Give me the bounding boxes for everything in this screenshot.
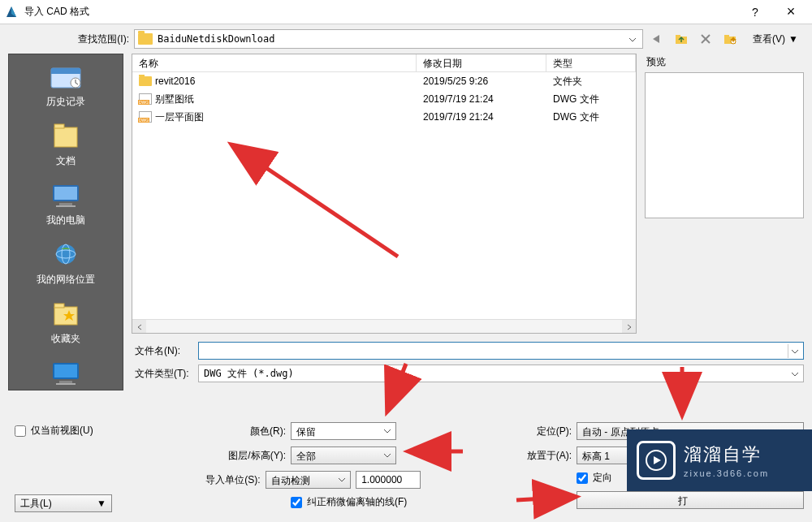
svg-point-19 <box>56 244 76 264</box>
watermark: 溜溜自学 zixue.3d66.com <box>627 429 812 491</box>
unit-factor-input[interactable]: 1.000000 <box>356 471 421 489</box>
place-desktop[interactable]: 桌面 <box>9 354 123 390</box>
back-icon[interactable] <box>646 29 667 49</box>
open-button[interactable]: 打 <box>577 491 804 509</box>
color-label: 颜色(R): <box>177 425 291 438</box>
filetype-label: 文件类型(T): <box>132 367 198 381</box>
close-button[interactable]: × <box>773 1 809 24</box>
chevron-down-icon[interactable] <box>788 344 801 358</box>
svg-rect-28 <box>56 383 76 385</box>
place-favorites[interactable]: 收藏夹 <box>9 295 123 354</box>
chevron-down-icon <box>381 449 394 462</box>
dwg-file-icon <box>139 111 152 123</box>
lookin-path: BaiduNetdiskDownload <box>158 33 275 45</box>
color-combo[interactable]: 保留 <box>291 422 396 440</box>
svg-rect-26 <box>54 365 77 377</box>
chevron-down-icon[interactable] <box>626 33 639 46</box>
layer-label: 图层/标高(Y): <box>177 449 291 463</box>
svg-rect-3 <box>676 35 680 37</box>
correct-lines-label: 纠正稍微偏离轴的线(F) <box>307 495 407 509</box>
lookin-label: 查找范围(I): <box>0 32 134 46</box>
delete-icon[interactable] <box>695 29 716 49</box>
svg-rect-17 <box>59 203 72 205</box>
col-type[interactable]: 类型 <box>546 54 636 71</box>
filename-label: 文件名(N): <box>132 344 198 358</box>
place-computer[interactable]: 我的电脑 <box>9 176 123 235</box>
up-folder-icon[interactable] <box>671 29 692 49</box>
scroll-right-icon[interactable] <box>622 320 636 334</box>
place-documents[interactable]: 文档 <box>9 117 123 176</box>
preview-label: 预览 <box>645 54 804 72</box>
watermark-title: 溜溜自学 <box>684 442 769 467</box>
unit-label: 导入单位(S): <box>177 473 266 487</box>
orient-label: 定向 <box>593 471 612 485</box>
tools-button[interactable]: 工具(L) ▼ <box>15 494 112 512</box>
file-list-header[interactable]: 名称 修改日期 类型 <box>132 54 636 72</box>
file-list[interactable]: 名称 修改日期 类型 revit2016 2019/5/25 9:26 文件夹 … <box>132 54 637 334</box>
chevron-down-icon[interactable] <box>788 367 801 381</box>
svg-rect-18 <box>56 205 76 207</box>
file-row[interactable]: 一层平面图 2019/7/19 21:24 DWG 文件 <box>132 108 636 126</box>
view-menu-button[interactable]: 查看(V) ▼ <box>747 29 804 49</box>
svg-rect-13 <box>54 127 77 147</box>
chevron-down-icon <box>381 425 394 438</box>
app-logo-icon <box>3 4 19 20</box>
svg-text:✦: ✦ <box>729 34 737 45</box>
svg-rect-11 <box>51 68 80 74</box>
horizontal-scrollbar[interactable] <box>132 319 636 333</box>
new-folder-icon[interactable]: ✦ <box>719 29 741 49</box>
orient-checkbox[interactable] <box>577 472 588 484</box>
watermark-subtitle: zixue.3d66.com <box>684 468 769 478</box>
layer-combo[interactable]: 全部 <box>291 447 396 464</box>
only-current-view-checkbox[interactable] <box>15 425 26 437</box>
only-current-view-label: 仅当前视图(U) <box>31 424 93 438</box>
file-row[interactable]: revit2016 2019/5/25 9:26 文件夹 <box>132 72 636 90</box>
svg-rect-27 <box>59 381 72 383</box>
folder-icon <box>139 76 152 86</box>
unit-combo[interactable]: 自动检测 <box>266 471 352 489</box>
filename-input[interactable] <box>198 342 804 360</box>
filetype-combo[interactable]: DWG 文件 (*.dwg) <box>198 365 804 382</box>
scroll-left-icon[interactable] <box>132 320 146 334</box>
col-name[interactable]: 名称 <box>132 54 417 71</box>
help-button[interactable]: ? <box>737 1 773 24</box>
svg-rect-14 <box>54 124 64 128</box>
svg-marker-36 <box>654 456 661 464</box>
folder-icon <box>138 33 153 45</box>
lookin-combo[interactable]: BaiduNetdiskDownload <box>134 29 643 49</box>
chevron-down-icon: ▼ <box>788 33 798 45</box>
svg-rect-23 <box>54 304 64 308</box>
locate-label: 定位(P): <box>476 425 577 438</box>
watermark-logo-icon <box>637 441 676 480</box>
chevron-down-icon <box>335 473 348 486</box>
places-bar: 历史记录 文档 我的电脑 我的网络位置 收藏夹 桌面 <box>8 54 123 390</box>
correct-lines-checkbox[interactable] <box>291 497 302 508</box>
file-row[interactable]: 别墅图纸 2019/7/19 21:24 DWG 文件 <box>132 90 636 108</box>
svg-rect-16 <box>54 187 77 200</box>
window-title: 导入 CAD 格式 <box>24 5 737 19</box>
place-history[interactable]: 历史记录 <box>9 58 123 117</box>
col-date[interactable]: 修改日期 <box>417 54 546 71</box>
preview-box <box>645 72 804 218</box>
place-label: 放置于(A): <box>476 449 577 463</box>
chevron-down-icon: ▼ <box>97 498 106 509</box>
place-network[interactable]: 我的网络位置 <box>9 235 123 295</box>
dwg-file-icon <box>139 93 152 105</box>
